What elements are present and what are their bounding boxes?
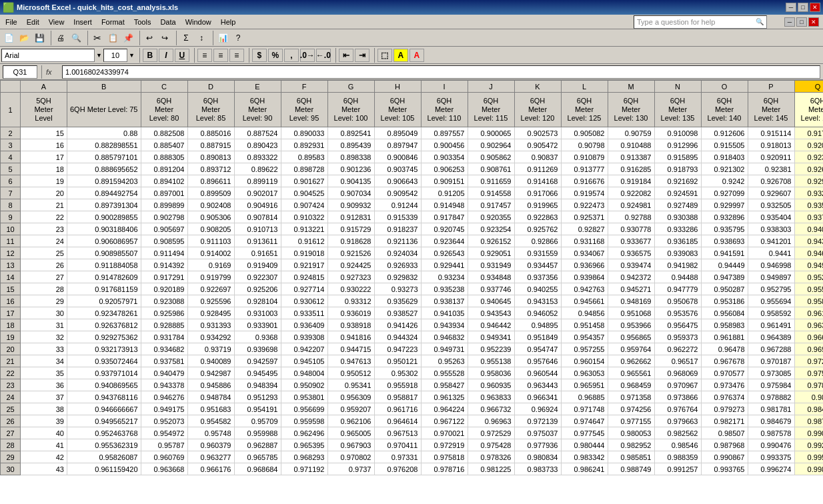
cell-2-13[interactable]: 0.910098: [654, 127, 701, 139]
cell-29-15[interactable]: 0.993375: [748, 451, 794, 463]
cut-button[interactable]: ✂: [90, 31, 105, 45]
cell-23-10[interactable]: 0.963443: [514, 379, 561, 391]
cell-9-16[interactable]: 0.937912: [794, 211, 823, 223]
cell-11-11[interactable]: 0.931168: [561, 235, 608, 247]
menu-data[interactable]: Data: [156, 17, 179, 27]
row-num-17[interactable]: 17: [1, 307, 21, 319]
cell-24-11[interactable]: 0.96885: [561, 391, 608, 403]
cell-26-3[interactable]: 0.954582: [187, 415, 234, 427]
cell-23-0[interactable]: 36: [21, 379, 67, 391]
cell-26-9[interactable]: 0.96963: [468, 415, 514, 427]
cell-14-10[interactable]: 0.937356: [514, 271, 561, 283]
col-header-L[interactable]: L: [561, 81, 608, 93]
chart-button[interactable]: 📊: [215, 31, 230, 45]
col-header-E[interactable]: E: [234, 81, 281, 93]
cell-26-6[interactable]: 0.962106: [327, 415, 374, 427]
row-num-16[interactable]: 16: [1, 295, 21, 307]
cell-9-9[interactable]: 0.920355: [468, 211, 514, 223]
cell-21-15[interactable]: 0.970187: [748, 355, 794, 367]
cell-28-2[interactable]: 0.95787: [141, 439, 187, 451]
cell-4-1[interactable]: 0.885797101: [67, 151, 141, 163]
row-num-14[interactable]: 14: [1, 271, 21, 283]
cell-24-0[interactable]: 37: [21, 391, 67, 403]
row-num-7[interactable]: 7: [1, 187, 21, 199]
cell-29-12[interactable]: 0.985851: [608, 451, 654, 463]
cell-6-0[interactable]: 19: [21, 175, 67, 187]
cell-4-11[interactable]: 0.910879: [561, 151, 608, 163]
cell-19-6[interactable]: 0.941816: [327, 331, 374, 343]
cell-27-7[interactable]: 0.967513: [374, 427, 421, 439]
cell-10-15[interactable]: 0.938303: [748, 223, 794, 235]
cell-8-7[interactable]: 0.91244: [374, 199, 421, 211]
cell-3-10[interactable]: 0.905472: [514, 139, 561, 151]
cell-13-14[interactable]: 0.94449: [701, 259, 748, 271]
cell-9-11[interactable]: 0.925371: [561, 211, 608, 223]
cell-7-11[interactable]: 0.919574: [561, 187, 608, 199]
cell-28-13[interactable]: 0.98546: [654, 439, 701, 451]
cell-14-5[interactable]: 0.924815: [281, 271, 327, 283]
cell-6-4[interactable]: 0.899119: [234, 175, 281, 187]
cell-3-3[interactable]: 0.887915: [187, 139, 234, 151]
cell-4-5[interactable]: 0.89583: [281, 151, 327, 163]
cell-23-13[interactable]: 0.970967: [654, 379, 701, 391]
font-dropdown-icon[interactable]: ▼: [96, 52, 102, 59]
cell-13-10[interactable]: 0.934457: [514, 259, 561, 271]
cell-11-1[interactable]: 0.906086957: [67, 235, 141, 247]
cell-14-12[interactable]: 0.942372: [608, 271, 654, 283]
bold-button[interactable]: B: [143, 49, 157, 62]
cell-17-10[interactable]: 0.946052: [514, 307, 561, 319]
cell-28-0[interactable]: 41: [21, 439, 67, 451]
cell-29-7[interactable]: 0.97331: [374, 451, 421, 463]
cell-16-0[interactable]: 29: [21, 295, 67, 307]
cell-27-0[interactable]: 40: [21, 427, 67, 439]
cell-19-11[interactable]: 0.954357: [561, 331, 608, 343]
cell-3-1[interactable]: 0.882898551: [67, 139, 141, 151]
cell-22-8[interactable]: 0.955528: [421, 367, 468, 379]
cell-3-0[interactable]: 16: [21, 139, 67, 151]
cell-8-13[interactable]: 0.927489: [654, 199, 701, 211]
cell-17-4[interactable]: 0.931003: [234, 307, 281, 319]
cell-15-11[interactable]: 0.942763: [561, 283, 608, 295]
cell-6-1[interactable]: 0.891594203: [67, 175, 141, 187]
menu-window[interactable]: Window: [181, 17, 215, 27]
cell-6-10[interactable]: 0.914168: [514, 175, 561, 187]
cell-21-4[interactable]: 0.942597: [234, 355, 281, 367]
cell-27-15[interactable]: 0.987578: [748, 427, 794, 439]
cell-9-5[interactable]: 0.910322: [281, 211, 327, 223]
cell-6-7[interactable]: 0.906643: [374, 175, 421, 187]
cell-28-12[interactable]: 0.982952: [608, 439, 654, 451]
cell-12-9[interactable]: 0.929051: [468, 247, 514, 259]
cell-29-3[interactable]: 0.963277: [187, 451, 234, 463]
cell-4-3[interactable]: 0.890813: [187, 151, 234, 163]
cell-17-5[interactable]: 0.933511: [281, 307, 327, 319]
cell-10-13[interactable]: 0.933286: [654, 223, 701, 235]
cell-3-6[interactable]: 0.895439: [327, 139, 374, 151]
cell-10-4[interactable]: 0.910713: [234, 223, 281, 235]
cell-30-13[interactable]: 0.991257: [654, 463, 701, 475]
header-D1[interactable]: 6QHMeterLevel: 85: [187, 93, 234, 127]
cell-18-11[interactable]: 0.951458: [561, 319, 608, 331]
cell-23-14[interactable]: 0.973476: [701, 379, 748, 391]
cell-16-3[interactable]: 0.925596: [187, 295, 234, 307]
cell-23-11[interactable]: 0.965951: [561, 379, 608, 391]
cell-16-11[interactable]: 0.945661: [561, 295, 608, 307]
cell-30-11[interactable]: 0.986241: [561, 463, 608, 475]
cell-25-9[interactable]: 0.966732: [468, 403, 514, 415]
cell-30-5[interactable]: 0.971192: [281, 463, 327, 475]
cell-13-16[interactable]: 0.949506: [794, 259, 823, 271]
col-header-H[interactable]: H: [374, 81, 421, 93]
cell-17-13[interactable]: 0.953576: [654, 307, 701, 319]
cell-4-16[interactable]: 0.923419: [794, 151, 823, 163]
cell-24-3[interactable]: 0.948784: [187, 391, 234, 403]
cell-3-16[interactable]: 0.920521: [794, 139, 823, 151]
cell-8-1[interactable]: 0.897391304: [67, 199, 141, 211]
row-num-3[interactable]: 3: [1, 139, 21, 151]
cell-13-4[interactable]: 0.919409: [234, 259, 281, 271]
cell-21-2[interactable]: 0.937581: [141, 355, 187, 367]
cell-21-1[interactable]: 0.935072464: [67, 355, 141, 367]
cell-13-15[interactable]: 0.946998: [748, 259, 794, 271]
cell-9-14[interactable]: 0.932896: [701, 211, 748, 223]
cell-27-13[interactable]: 0.982562: [654, 427, 701, 439]
cell-21-9[interactable]: 0.955138: [468, 355, 514, 367]
cell-5-8[interactable]: 0.906253: [421, 163, 468, 175]
